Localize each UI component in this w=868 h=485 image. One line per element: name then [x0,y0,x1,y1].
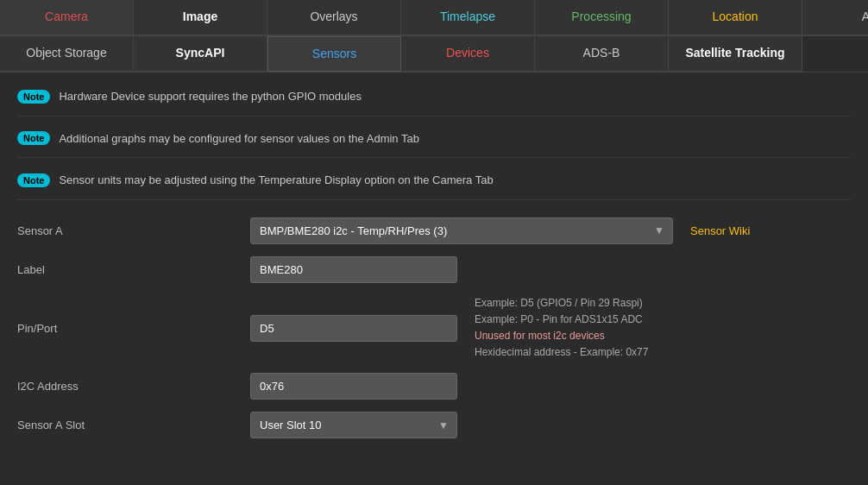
sensor-form: Sensor A BMP/BME280 i2c - Temp/RH/Pres (… [17,217,851,439]
sensor-a-label: Sensor A [17,224,250,237]
note-row-1: Note Hardware Device support requires th… [17,88,851,117]
label-input[interactable] [250,256,457,283]
tab-devices[interactable]: Devices [401,36,535,72]
note-badge-2: Note [17,131,50,145]
i2c-address-row: I2C Address [17,373,851,400]
tab-syncapi[interactable]: SyncAPI [134,36,267,72]
sensor-a-select-wrapper: BMP/BME280 i2c - Temp/RH/Pres (3)NoneDHT… [250,217,673,244]
tab-camera[interactable]: Camera [0,0,134,35]
note-text-3: Sensor units may be adjusted using the T… [59,172,493,189]
tab-object-storage[interactable]: Object Storage [0,36,134,72]
content-area: Note Hardware Device support requires th… [0,72,868,466]
note-text-1: Hardware Device support requires the pyt… [59,88,361,105]
pin-port-row: Pin/Port Example: D5 (GPIO5 / Pin 29 Ras… [17,295,851,362]
tab-sensors[interactable]: Sensors [267,36,401,72]
note-text-2: Additional graphs may be configured for … [59,130,418,148]
tab-ac[interactable]: Ac [802,0,868,35]
tab-location[interactable]: Location [669,0,802,35]
sensor-slot-select-wrapper: User Slot 10User Slot 1User Slot 2User S… [250,412,457,438]
sensor-slot-row: Sensor A Slot User Slot 10User Slot 1Use… [17,412,851,438]
sensor-a-row: Sensor A BMP/BME280 i2c - Temp/RH/Pres (… [17,217,851,244]
tab-row-1: Camera Image Overlays Timelapse Processi… [0,0,868,36]
tab-satellite-tracking[interactable]: Satellite Tracking [669,36,802,72]
label-row: Label [17,256,851,283]
pin-hints: Example: D5 (GPIO5 / Pin 29 Raspi) Examp… [475,295,648,362]
tab-image[interactable]: Image [134,0,267,35]
tab-timelapse[interactable]: Timelapse [401,0,535,35]
note-badge-1: Note [17,90,50,104]
pin-hint-3: Unused for most i2c devices [475,328,648,344]
pin-hint-2: Example: P0 - Pin for ADS1x15 ADC [475,312,648,328]
pin-hint-4: Hexidecimal address - Example: 0x77 [475,344,648,361]
sensor-slot-label: Sensor A Slot [17,419,250,431]
i2c-address-label: I2C Address [17,380,250,393]
pin-port-input[interactable] [250,315,457,342]
label-field-label: Label [17,263,250,276]
note-row-2: Note Additional graphs may be configured… [17,130,851,159]
tab-adsb[interactable]: ADS-B [535,36,669,72]
pin-hint-1: Example: D5 (GPIO5 / Pin 29 Raspi) [475,295,648,312]
tab-processing[interactable]: Processing [535,0,669,35]
pin-port-label: Pin/Port [17,322,250,335]
sensor-slot-select[interactable]: User Slot 10User Slot 1User Slot 2User S… [250,412,457,438]
note-row-3: Note Sensor units may be adjusted using … [17,172,851,200]
tab-overlays[interactable]: Overlays [267,0,401,35]
i2c-address-input[interactable] [250,373,457,400]
tab-row-2: Object Storage SyncAPI Sensors Devices A… [0,36,868,73]
sensor-a-select[interactable]: BMP/BME280 i2c - Temp/RH/Pres (3)NoneDHT… [250,217,673,244]
note-badge-3: Note [17,173,50,187]
sensor-wiki-link[interactable]: Sensor Wiki [690,224,750,237]
